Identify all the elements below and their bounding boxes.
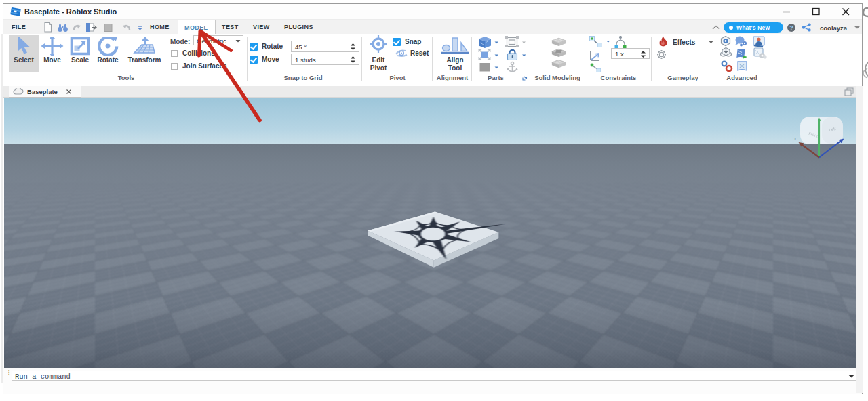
svg-text:?: ? (789, 24, 793, 31)
svg-text:x: x (794, 136, 797, 141)
